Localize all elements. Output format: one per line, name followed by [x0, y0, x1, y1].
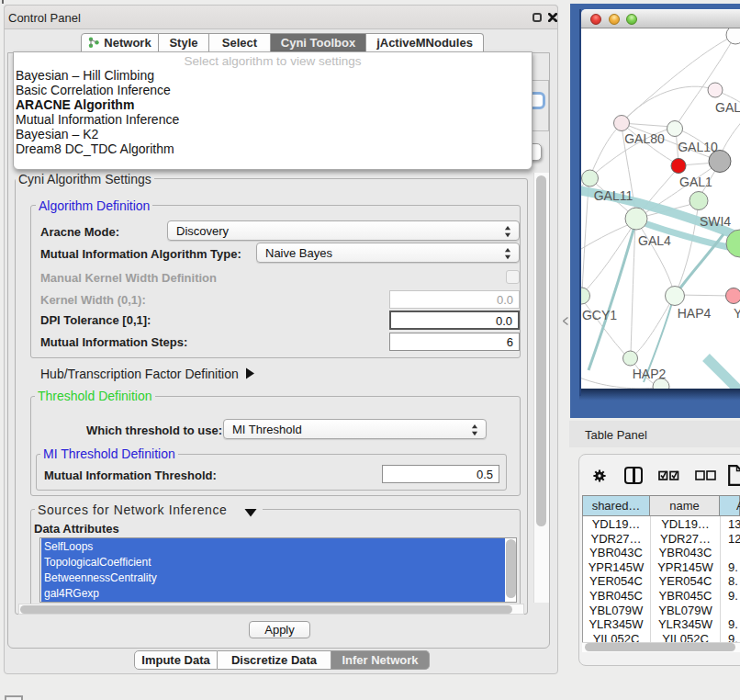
svg-text:GAL4: GAL4: [638, 233, 671, 248]
svg-text:GAL1: GAL1: [679, 175, 712, 189]
svg-text:YM: YM: [734, 306, 740, 321]
svg-text:SWI4: SWI4: [700, 214, 731, 229]
svg-text:HAP2: HAP2: [633, 367, 667, 381]
svg-text:HAP4: HAP4: [678, 306, 712, 321]
svg-text:GCY1: GCY1: [582, 308, 617, 322]
svg-text:GAL80: GAL80: [624, 131, 665, 146]
svg-text:GAL10: GAL10: [678, 140, 718, 154]
svg-text:GAL11: GAL11: [594, 188, 633, 203]
svg-text:GAL7: GAL7: [715, 100, 740, 115]
